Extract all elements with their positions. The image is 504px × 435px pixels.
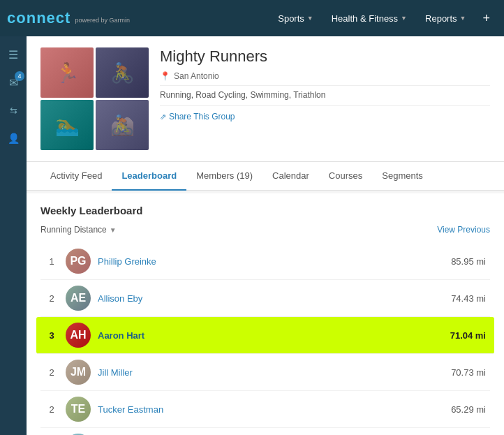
sidebar: ☰ ✉ 4 ⇆ 👤 [0, 36, 27, 435]
nav-sports[interactable]: Sports ▼ [269, 9, 322, 28]
tab-segments[interactable]: Segments [372, 162, 433, 191]
rank-4: 2 [45, 367, 59, 378]
avatar-5: TE [66, 397, 91, 422]
nav-reports[interactable]: Reports ▼ [417, 9, 474, 28]
distance-5: 65.29 mi [451, 404, 486, 415]
avatar-1: PG [66, 249, 91, 274]
distance-2: 74.43 mi [451, 293, 486, 304]
leaderboard-row: 2 TE Tucker Eastman 65.29 mi [40, 391, 490, 428]
leaderboard-row: 2 KS Kel Simpson 51.23 mi [40, 428, 490, 435]
group-info: Mighty Runners 📍 San Antonio Running, Ro… [160, 47, 490, 150]
leaderboard-row: 2 AE Allison Eby 74.43 mi [40, 280, 490, 317]
menu-icon[interactable]: ☰ [1, 42, 26, 67]
leaderboard-row-highlighted: 3 AH Aaron Hart 71.04 mi [36, 317, 494, 354]
notification-badge: 4 [15, 71, 24, 81]
rank-5: 2 [45, 404, 59, 415]
reports-dropdown-arrow: ▼ [460, 15, 466, 22]
rank-3: 3 [45, 330, 59, 341]
logo: connect [7, 9, 71, 27]
sports-dropdown-arrow: ▼ [307, 15, 313, 22]
member-name-4[interactable]: Jill Miller [98, 367, 444, 378]
tabs: Activity Feed Leaderboard Members (19) C… [27, 162, 504, 191]
group-image-4: 🚵 [96, 100, 149, 150]
main-content: 🏃 🚴 🏊 🚵 Mighty Runners 📍 San Antonio [27, 36, 504, 435]
group-images: 🏃 🚴 🏊 🚵 [40, 47, 149, 150]
leaderboard-controls: Running Distance ▼ View Previous [40, 225, 490, 235]
member-name-5[interactable]: Tucker Eastman [98, 404, 444, 415]
main-layout: ☰ ✉ 4 ⇆ 👤 🏃 🚴 🏊 [0, 36, 504, 435]
member-name-3[interactable]: Aaron Hart [98, 330, 443, 341]
tab-calendar[interactable]: Calendar [262, 162, 319, 191]
health-dropdown-arrow: ▼ [401, 15, 407, 22]
group-header: 🏃 🚴 🏊 🚵 Mighty Runners 📍 San Antonio [27, 36, 504, 162]
member-name-1[interactable]: Phillip Greinke [98, 256, 444, 267]
tab-leaderboard[interactable]: Leaderboard [112, 162, 186, 191]
group-sports: Running, Road Cycling, Swimming, Triathl… [160, 90, 490, 106]
nav-health-fitness[interactable]: Health & Fitness ▼ [323, 9, 415, 28]
top-navigation: connect powered by Garmin Sports ▼ Healt… [0, 0, 504, 36]
location-icon: 📍 [160, 71, 170, 81]
group-location: 📍 San Antonio [160, 71, 490, 86]
distance-1: 85.95 mi [451, 256, 486, 267]
filter-arrow-icon: ▼ [110, 226, 117, 234]
rank-1: 1 [45, 256, 59, 267]
powered-by-label: powered by Garmin [75, 17, 130, 24]
avatar-3: AH [66, 323, 91, 348]
group-image-2: 🚴 [96, 47, 149, 98]
share-icon: ⇗ [160, 112, 166, 121]
nav-items: Sports ▼ Health & Fitness ▼ Reports ▼ + [269, 7, 497, 30]
member-name-2[interactable]: Allison Eby [98, 293, 444, 304]
leaderboard-title: Weekly Leaderboard [40, 205, 490, 216]
group-title: Mighty Runners [160, 47, 490, 66]
group-image-1: 🏃 [40, 47, 94, 98]
share-group-button[interactable]: ⇗ Share This Group [160, 112, 490, 121]
tab-courses[interactable]: Courses [319, 162, 372, 191]
leaderboard-row: 2 JM Jill Miller 70.73 mi [40, 354, 490, 391]
connections-icon[interactable]: ⇆ [1, 98, 26, 123]
avatar-2: AE [66, 286, 91, 311]
rank-2: 2 [45, 293, 59, 304]
avatar-4: JM [66, 360, 91, 385]
distance-3: 71.04 mi [450, 330, 486, 341]
tab-activity-feed[interactable]: Activity Feed [40, 162, 112, 191]
notifications-icon[interactable]: ✉ 4 [1, 70, 26, 95]
distance-4: 70.73 mi [451, 367, 486, 378]
profile-icon[interactable]: 👤 [1, 126, 26, 151]
leaderboard-section: Weekly Leaderboard Running Distance ▼ Vi… [27, 193, 504, 435]
view-previous-button[interactable]: View Previous [437, 225, 490, 235]
nav-plus-button[interactable]: + [475, 7, 497, 30]
group-image-3: 🏊 [40, 100, 94, 150]
tab-members[interactable]: Members (19) [186, 162, 262, 191]
logo-area: connect powered by Garmin [7, 9, 269, 27]
leaderboard-row: 1 PG Phillip Greinke 85.95 mi [40, 243, 490, 280]
filter-button[interactable]: Running Distance ▼ [40, 225, 117, 235]
